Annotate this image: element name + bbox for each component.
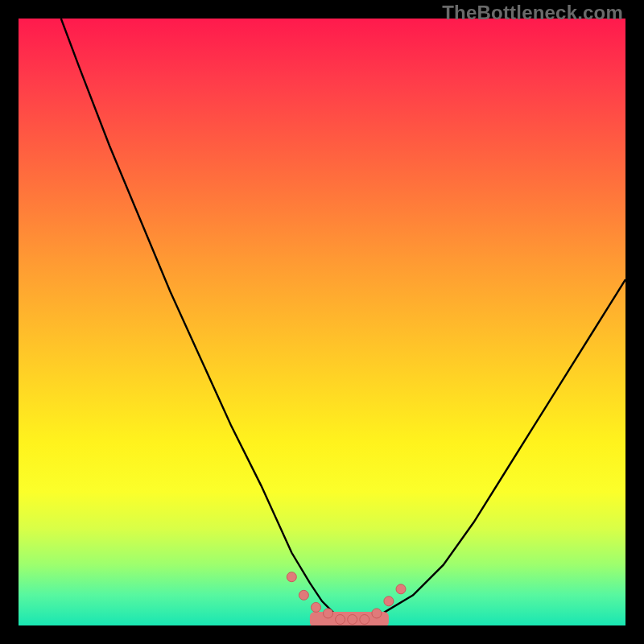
curve-marker	[360, 615, 369, 625]
curve-marker	[312, 602, 321, 612]
curve-marker	[372, 609, 382, 618]
curve-marker	[287, 572, 296, 582]
curve-marker	[299, 590, 308, 600]
curve-marker	[396, 584, 406, 594]
bottleneck-curve	[61, 19, 625, 620]
curve-marker	[348, 615, 357, 625]
plot-area	[19, 19, 625, 625]
curve-marker	[336, 615, 345, 625]
chart-frame: TheBottleneck.com	[0, 0, 644, 644]
curve-marker	[324, 609, 333, 618]
curve-marker	[384, 597, 394, 606]
curve-svg	[19, 19, 625, 625]
watermark-text: TheBottleneck.com	[442, 2, 623, 24]
